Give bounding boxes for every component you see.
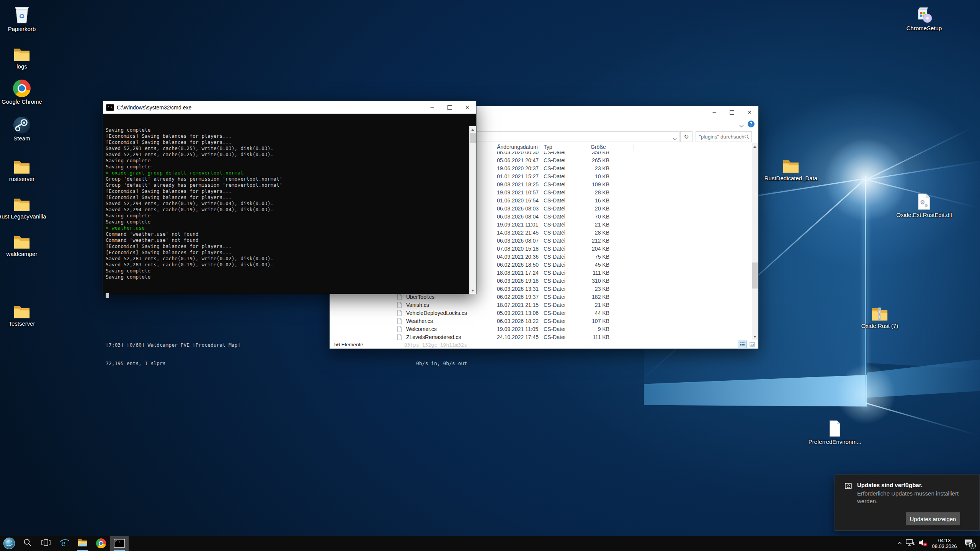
file-type: CS-Datei [544, 197, 565, 204]
column-separator[interactable] [539, 144, 539, 151]
taskbar-search-button[interactable] [18, 536, 37, 551]
ribbon-expand-icon[interactable] [739, 122, 744, 129]
file-size: 10 KB [573, 173, 609, 179]
console-line: > weather.use [106, 225, 467, 231]
column-separator[interactable] [586, 144, 586, 151]
explorer-close-button[interactable]: ✕ [741, 106, 758, 119]
file-date: 05.06.2021 20:47 [497, 157, 539, 163]
column-header-size[interactable]: Größe [591, 144, 606, 150]
desktop-icon-testserver[interactable]: Testserver [0, 298, 52, 327]
volume-status[interactable] [916, 536, 929, 551]
desktop-icon-oxide-rust-7[interactable]: Oxide.Rust (7) [849, 301, 910, 329]
taskbar-clock[interactable]: 04:13 08.03.2026 [929, 536, 960, 551]
action-center-button[interactable]: 1 [960, 536, 977, 551]
file-size: 111 KB [573, 334, 609, 340]
column-header-date[interactable]: Änderungsdatum [497, 144, 538, 150]
console-line: [Economics] Saving balances for players.… [106, 194, 467, 201]
server-status-net: 0b/s in, 0b/s out [416, 360, 467, 367]
file-type: CS-Datei [544, 214, 565, 220]
console-line: Saving complete [106, 268, 467, 274]
details-view-button[interactable] [738, 341, 747, 348]
chrome-icon [96, 538, 106, 548]
cmd-close-button[interactable]: ✕ [459, 101, 476, 114]
file-date: 06.03.2026 18:22 [497, 318, 539, 324]
scrollbar-thumb[interactable] [470, 133, 476, 143]
file-type: CS-Datei [544, 238, 565, 244]
address-dropdown-icon[interactable] [673, 135, 677, 142]
desktop-icon-papierkorb[interactable]: ♻Papierkorb [0, 4, 52, 32]
clock-time: 04:13 [932, 538, 957, 543]
desktop-icon-waldcamper[interactable]: waldcamper [0, 229, 52, 257]
help-icon[interactable]: ? [748, 121, 755, 127]
console-line: > oxide.grant group default removertool.… [106, 170, 467, 176]
column-separator[interactable] [634, 144, 634, 151]
show-desktop-button[interactable] [977, 536, 980, 551]
explorer-minimize-button[interactable]: ─ [706, 106, 723, 119]
console-line: Command 'weather.use' not found [106, 237, 467, 243]
desktop-icon-logs[interactable]: logs [0, 41, 52, 70]
taskbar-cmd[interactable] [110, 536, 129, 551]
network-status[interactable] [904, 536, 916, 551]
desktop-icon-rustserver[interactable]: rustserver [0, 154, 52, 182]
taskbar-chrome[interactable] [92, 536, 110, 551]
scroll-down-icon[interactable] [752, 334, 758, 340]
file-type: CS-Datei [544, 302, 565, 308]
task-view-icon [41, 538, 51, 548]
desktop-icon-chromesetup[interactable]: ChromeSetup [893, 3, 955, 31]
cmd-icon: C:\ [106, 104, 114, 111]
scroll-up-icon[interactable] [752, 143, 758, 150]
desktop-icon-label: Rust LegacyVanilla [0, 213, 46, 220]
update-notification-toast[interactable]: Updates sind verfügbar. Erforderliche Up… [835, 474, 980, 531]
cmd-scrollbar[interactable] [469, 126, 476, 294]
cmd-maximize-button[interactable] [441, 101, 459, 114]
desktop-icon-rust-legacyvanilla[interactable]: Rust LegacyVanilla [0, 191, 52, 220]
scroll-down-icon[interactable] [469, 287, 476, 294]
file-date: 18.07.2021 21:15 [497, 302, 539, 308]
tray-expand-button[interactable] [895, 536, 904, 551]
show-updates-button[interactable]: Updates anzeigen [906, 512, 960, 525]
column-separator[interactable] [492, 144, 492, 151]
desktop-icon-oxide-ext-rustedit-dll[interactable]: ⚙ ⚙Oxide.Ext.RustEdit.dll [893, 190, 955, 218]
taskbar-file-explorer[interactable] [74, 536, 92, 551]
search-icon [23, 538, 32, 549]
desktop-icon-label: ChromeSetup [906, 25, 942, 31]
file-date: 06.02.2026 18:50 [497, 262, 539, 268]
start-button[interactable] [0, 536, 18, 551]
file-date: 19.09.2021 11:01 [497, 222, 538, 228]
search-placeholder: "plugins" durchsuchen [696, 134, 744, 140]
desktop-icon-steam[interactable]: Steam [0, 113, 52, 142]
file-size: 265 KB [573, 157, 609, 163]
desktop-icon-google-chrome[interactable]: Google Chrome [0, 77, 52, 105]
desktop-icon-rustdedicated-data[interactable]: RustDedicated_Data [760, 153, 822, 181]
cmd-minimize-button[interactable]: ─ [423, 101, 441, 114]
file-type: CS-Datei [544, 326, 565, 332]
console-line: Saved 52,283 ents, cache(0.19), write(0.… [106, 262, 467, 268]
file-date: 19.06.2020 20:37 [497, 165, 539, 171]
file-type: CS-Datei [544, 165, 565, 171]
scroll-up-icon[interactable] [469, 126, 476, 133]
console-line: Saving complete [106, 158, 467, 164]
server-status-perf: 83fps 152gc 19h11m32s [404, 342, 467, 348]
scrollbar-thumb[interactable] [752, 262, 758, 289]
desktop-icon-preferredenvironm[interactable]: PreferredEnvironm... [804, 417, 866, 445]
installer-icon [915, 3, 933, 24]
explorer-maximize-button[interactable] [723, 106, 741, 119]
console-line: Saved 52,291 ents, cache(0.25), write(0.… [106, 152, 467, 158]
task-view-button[interactable] [37, 536, 55, 551]
desktop-icon-label: Testserver [8, 320, 35, 327]
file-date: 05.09.2021 13:06 [497, 310, 539, 316]
taskbar-internet-explorer[interactable]: e [55, 536, 74, 551]
chevron-up-icon [897, 540, 902, 547]
thumbnail-view-button[interactable] [748, 341, 757, 348]
explorer-scrollbar[interactable] [752, 143, 758, 340]
file-type: CS-Datei [544, 262, 565, 268]
cmd-titlebar[interactable]: C:\ C:\Windows\system32\cmd.exe ─ ✕ [103, 101, 476, 114]
search-box[interactable]: "plugins" durchsuchen [696, 131, 752, 142]
column-header-type[interactable]: Typ [544, 144, 552, 150]
console-line: [Economics] Saving balances for players.… [106, 133, 467, 139]
server-status-ents: 72,195 ents, 1 slprs [106, 360, 166, 367]
file-date: 06.03.2026 08:03 [497, 205, 539, 212]
refresh-button[interactable]: ↻ [680, 131, 693, 142]
steam-icon [13, 113, 31, 134]
console-lines: Saving complete[Economics] Saving balanc… [106, 127, 467, 280]
